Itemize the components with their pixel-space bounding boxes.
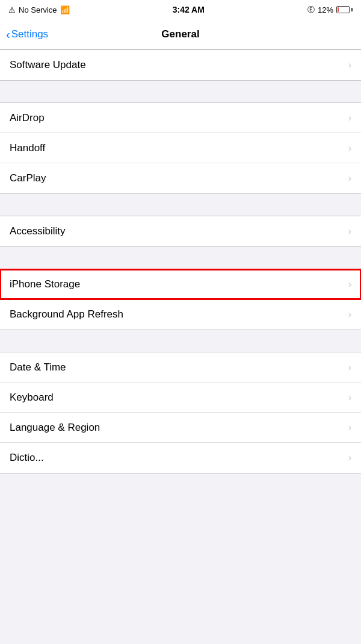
status-bar: ⚠ No Service 📶 3:42 AM Ⓔ 12% (0, 0, 361, 19)
location-icon: Ⓔ (307, 5, 315, 15)
settings-label-handoff: Handoff (10, 142, 45, 154)
signal-label: No Service (19, 5, 57, 14)
section-separator-4 (0, 330, 361, 352)
chevron-icon: › (348, 143, 351, 154)
settings-item-software-update[interactable]: Software Update › (0, 50, 361, 80)
back-label: Settings (11, 28, 48, 40)
back-button[interactable]: ‹ Settings (6, 28, 48, 40)
settings-item-date-time[interactable]: Date & Time › (0, 352, 361, 383)
settings-label-keyboard: Keyboard (10, 392, 54, 404)
settings-item-keyboard[interactable]: Keyboard › (0, 383, 361, 413)
status-left: ⚠ No Service 📶 (8, 5, 70, 14)
settings-item-iphone-storage[interactable]: iPhone Storage › (0, 269, 361, 299)
nav-bar: ‹ Settings General (0, 19, 361, 49)
settings-item-airdrop[interactable]: AirDrop › (0, 103, 361, 133)
settings-label-dictionary: Dictio... (10, 452, 44, 464)
settings-item-background-app-refresh[interactable]: Background App Refresh › (0, 299, 361, 330)
section-separator-3 (0, 247, 361, 269)
settings-label-carplay: CarPlay (10, 172, 46, 184)
chevron-icon: › (348, 392, 351, 403)
status-time: 3:42 AM (173, 5, 205, 14)
page-title: General (161, 28, 199, 40)
settings-label-language-region: Language & Region (10, 422, 100, 434)
chevron-icon: › (348, 226, 351, 237)
chevron-icon: › (348, 113, 351, 123)
settings-group-storage: iPhone Storage › Background App Refresh … (0, 269, 361, 330)
settings-label-iphone-storage: iPhone Storage (10, 278, 80, 290)
chevron-icon: › (348, 362, 351, 373)
chevron-icon: › (348, 173, 351, 184)
chevron-icon: › (348, 279, 351, 290)
section-separator-1 (0, 81, 361, 102)
settings-item-handoff[interactable]: Handoff › (0, 133, 361, 163)
section-separator-2 (0, 194, 361, 216)
status-right: Ⓔ 12% (307, 5, 353, 15)
settings-item-carplay[interactable]: CarPlay › (0, 163, 361, 193)
settings-label-software-update: Software Update (10, 59, 86, 71)
battery-indicator (336, 6, 353, 13)
chevron-icon: › (348, 60, 351, 70)
settings-label-date-time: Date & Time (10, 361, 66, 374)
settings-group-software: Software Update › (0, 49, 361, 81)
back-chevron-icon: ‹ (6, 28, 10, 40)
settings-item-accessibility[interactable]: Accessibility › (0, 216, 361, 246)
no-service-icon: ⚠ (8, 5, 16, 14)
settings-label-airdrop: AirDrop (10, 112, 45, 124)
chevron-icon: › (348, 452, 351, 463)
settings-group-datetime: Date & Time › Keyboard › Language & Regi… (0, 352, 361, 474)
settings-label-background-app-refresh: Background App Refresh (10, 308, 123, 320)
settings-group-airdrop: AirDrop › Handoff › CarPlay › (0, 102, 361, 194)
settings-group-accessibility: Accessibility › (0, 216, 361, 247)
settings-item-language-region[interactable]: Language & Region › (0, 413, 361, 443)
wifi-icon: 📶 (60, 5, 70, 14)
battery-percent: 12% (318, 5, 333, 14)
settings-label-accessibility: Accessibility (10, 225, 66, 237)
settings-item-dictionary[interactable]: Dictio... › (0, 443, 361, 473)
chevron-icon: › (348, 309, 351, 320)
chevron-icon: › (348, 422, 351, 433)
